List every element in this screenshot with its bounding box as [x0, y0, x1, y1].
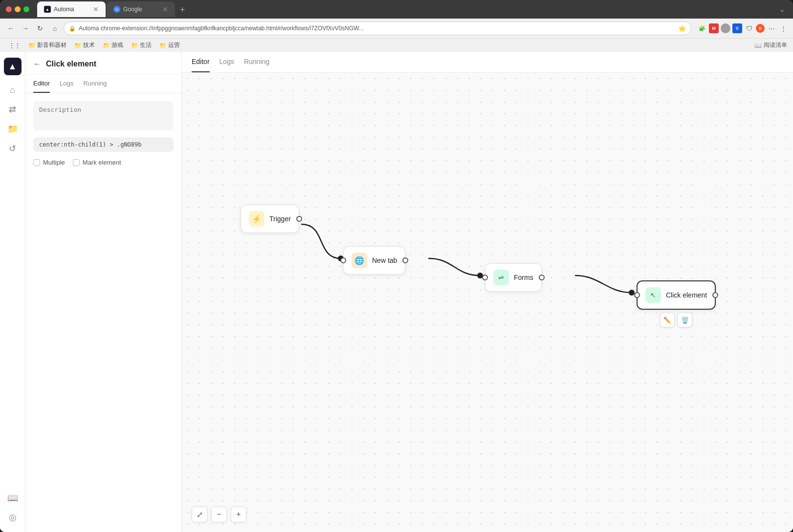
bookmark-ops-label: 运营 — [168, 41, 180, 49]
window-more-icon[interactable]: ⌄ — [777, 4, 787, 14]
brave-icon[interactable]: B — [756, 24, 765, 33]
sidebar-icon-history[interactable]: ↺ — [4, 140, 22, 157]
trigger-label: Trigger — [269, 215, 291, 223]
click-label: Click element — [666, 291, 707, 299]
multiple-checkbox[interactable]: Multiple — [33, 159, 65, 166]
tabs-bar: ▲ Automa ✕ G Google ✕ + — [37, 1, 773, 17]
back-nav-button[interactable]: ← — [5, 22, 17, 34]
tab-google[interactable]: G Google ✕ — [107, 1, 175, 17]
panel-title: Click element — [46, 60, 96, 68]
sidebar-icon-home[interactable]: ⌂ — [4, 81, 22, 99]
zoom-out-button[interactable]: − — [211, 507, 227, 522]
forward-nav-button[interactable]: → — [20, 22, 31, 34]
bookmark-ops[interactable]: 📁 运营 — [156, 40, 183, 50]
bookmarks-bar: ⋮⋮ 📁 影音和器材 📁 技术 📁 游戏 📁 生活 📁 运营 📖 阅读清单 — [0, 38, 793, 52]
shield-icon[interactable]: 🛡 — [744, 23, 754, 33]
fit-view-button[interactable]: ⤢ — [192, 507, 207, 522]
bookmark-tech[interactable]: 📁 技术 — [71, 40, 98, 50]
selector-field[interactable]: center:nth-child(1) > .gNO89b — [33, 137, 174, 152]
newtab-label: New tab — [372, 256, 397, 264]
browser-toolbar: 🧩 M B 🛡 B ⋯ ⋮ — [697, 23, 788, 33]
bookmark-life-label: 生活 — [140, 41, 152, 49]
bookmark-apps[interactable]: ⋮⋮ — [6, 41, 23, 50]
node-edit-button[interactable]: ✏️ — [660, 313, 675, 327]
mark-element-checkbox-box[interactable] — [73, 159, 80, 166]
panel-body: center:nth-child(1) > .gNO89b Multiple M… — [25, 93, 181, 174]
forms-icon: ⇌ — [493, 270, 509, 285]
tab-automa-label: Automa — [54, 6, 74, 13]
node-delete-button[interactable]: 🗑️ — [678, 313, 692, 327]
new-tab-button[interactable]: + — [176, 3, 189, 17]
node-trigger[interactable]: ⚡ Trigger — [241, 205, 299, 233]
canvas-tab-logs[interactable]: Logs — [220, 52, 234, 72]
click-connector-right[interactable] — [712, 292, 718, 298]
newtab-connector-left[interactable] — [340, 257, 346, 263]
bookmark-games-label: 游戏 — [111, 41, 123, 49]
canvas-tab-editor[interactable]: Editor — [192, 52, 210, 72]
node-newtab[interactable]: 🌐 New tab — [343, 246, 405, 275]
bookmark-games[interactable]: 📁 游戏 — [100, 40, 126, 50]
node-click-element[interactable]: ↖ Click element ✏️ 🗑️ — [637, 280, 716, 310]
tab-automa-close[interactable]: ✕ — [93, 6, 99, 13]
automa-logo[interactable]: ▲ — [4, 58, 22, 75]
home-button[interactable]: ⌂ — [49, 22, 61, 34]
description-input[interactable] — [33, 101, 174, 130]
panel-tab-running[interactable]: Running — [83, 75, 107, 93]
click-icon: ↖ — [645, 287, 661, 303]
sidebar-icon-workflow[interactable]: ⇄ — [4, 101, 22, 118]
minimize-button[interactable] — [15, 6, 21, 12]
panel-back-button[interactable]: ← — [33, 60, 41, 68]
forms-label: Forms — [514, 274, 533, 281]
mark-element-label: Mark element — [83, 159, 121, 166]
automa-sidebar: ▲ ⌂ ⇄ 📁 ↺ 📖 ◎ — [0, 52, 25, 532]
sidebar-icon-github[interactable]: ◎ — [4, 509, 22, 526]
bookmark-tech-label: 技术 — [83, 41, 95, 49]
main-content: ▲ ⌂ ⇄ 📁 ↺ 📖 ◎ ← Click element Editor Log… — [0, 52, 793, 532]
click-connector-left[interactable] — [634, 292, 640, 298]
panel-tab-logs[interactable]: Logs — [60, 75, 73, 93]
extensions-icon[interactable]: 🧩 — [697, 23, 707, 33]
profile-icon[interactable] — [721, 23, 730, 33]
notification-icon[interactable]: M — [709, 23, 719, 33]
node-actions: ✏️ 🗑️ — [660, 313, 692, 327]
panel-header: ← Click element — [25, 52, 181, 75]
traffic-lights — [6, 6, 29, 12]
zoom-in-button[interactable]: + — [231, 507, 246, 522]
close-button[interactable] — [6, 6, 12, 12]
trigger-icon: ⚡ — [249, 211, 264, 227]
reload-button[interactable]: ↻ — [34, 22, 46, 34]
multiple-label: Multiple — [43, 159, 65, 166]
tab-automa[interactable]: ▲ Automa ✕ — [37, 1, 106, 17]
canvas-toolbar: ⤢ − + — [192, 507, 246, 522]
mark-element-checkbox[interactable]: Mark element — [73, 159, 121, 166]
maximize-button[interactable] — [23, 6, 29, 12]
multiple-checkbox-box[interactable] — [33, 159, 40, 166]
canvas-tabs: Editor Logs Running — [182, 52, 793, 73]
address-bar[interactable]: 🔒 Automa chrome-extension://infppggnoaen… — [64, 21, 691, 35]
bookmark-life[interactable]: 📁 生活 — [128, 40, 154, 50]
tab-google-close[interactable]: ✕ — [162, 6, 168, 13]
canvas-area[interactable]: ⚡ Trigger 🌐 New tab ⇌ Forms — [182, 73, 793, 532]
bookmark-yyqc-label: 影音和器材 — [37, 41, 66, 49]
menu-button[interactable]: ⋮ — [778, 23, 788, 33]
trigger-connector-right[interactable] — [296, 216, 302, 222]
node-forms[interactable]: ⇌ Forms — [485, 263, 542, 292]
bookmark-yyqc[interactable]: 📁 影音和器材 — [25, 40, 69, 50]
checkbox-row: Multiple Mark element — [33, 159, 174, 166]
canvas-tab-running[interactable]: Running — [244, 52, 269, 72]
sidebar-icon-docs[interactable]: 📖 — [4, 489, 22, 507]
sidebar-icon-folder[interactable]: 📁 — [4, 120, 22, 138]
automa-favicon: ▲ — [44, 6, 51, 13]
workflow-panel: ← Click element Editor Logs Running cent… — [25, 52, 182, 532]
address-text: Automa chrome-extension://infppggnoaenmf… — [79, 25, 364, 32]
reading-mode-label: 阅读清单 — [764, 41, 787, 49]
newtab-icon: 🌐 — [352, 253, 367, 268]
panel-tabs: Editor Logs Running — [25, 75, 181, 93]
panel-tab-editor[interactable]: Editor — [33, 75, 50, 93]
forms-connector-left[interactable] — [482, 275, 488, 280]
more-extensions[interactable]: ⋯ — [767, 23, 776, 33]
newtab-connector-right[interactable] — [402, 257, 408, 263]
reading-mode[interactable]: 📖 阅读清单 — [754, 41, 787, 49]
bitwarden-icon[interactable]: B — [732, 23, 742, 33]
forms-connector-right[interactable] — [539, 275, 545, 280]
